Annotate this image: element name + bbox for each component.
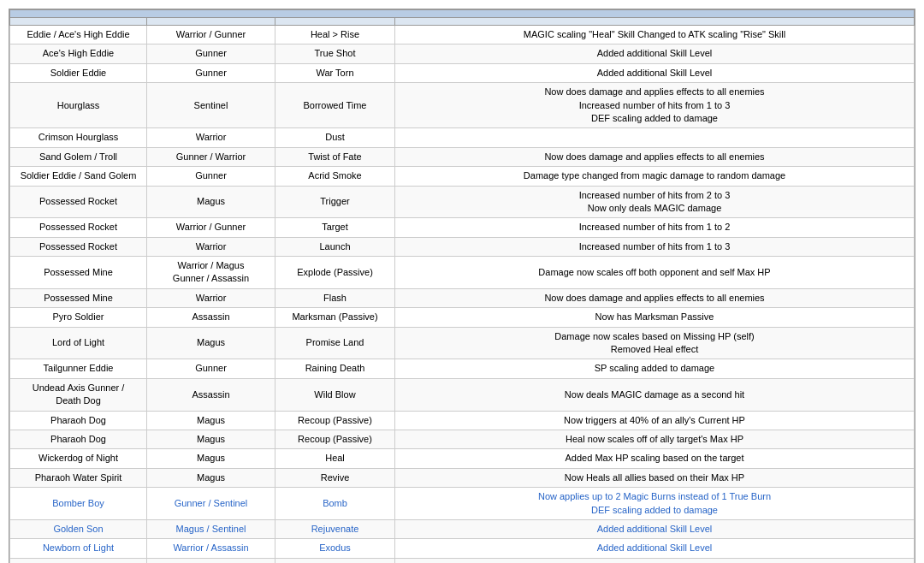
cell-skill: Promise Land bbox=[275, 327, 395, 359]
table-row: Possessed RocketWarriorLaunchIncreased n… bbox=[10, 237, 915, 256]
cell-class: Gunner bbox=[147, 44, 275, 63]
cell-description: Increased number of hits from 2 to 3Now … bbox=[395, 186, 915, 218]
table-row: Crimson HourglassWarriorDust bbox=[10, 128, 915, 147]
cell-class: Assassin bbox=[147, 308, 275, 327]
cell-description bbox=[395, 128, 915, 147]
table-row: Pharaoh DogMagusRecoup (Passive)Now trig… bbox=[10, 411, 915, 430]
cell-character: Lord of Light bbox=[10, 327, 147, 359]
cell-description: Increased number of hits from 1 to 3 bbox=[395, 237, 915, 256]
cell-skill: Exodus bbox=[275, 539, 395, 558]
cell-class: Magus bbox=[147, 449, 275, 468]
table-row: Golden SonMagus / SentinelRejuvenateAdde… bbox=[10, 519, 915, 538]
cell-class: Gunner / Sentinel bbox=[147, 488, 275, 520]
table-title-row bbox=[10, 10, 915, 18]
cell-skill: Bomb bbox=[275, 488, 395, 520]
cell-class: Magus bbox=[147, 327, 275, 359]
cell-character: Ace's High Eddie bbox=[10, 44, 147, 63]
table-row: Soldier Eddie / Sand GolemGunnerAcrid Sm… bbox=[10, 167, 915, 186]
cell-description: SP scaling added to damage bbox=[395, 359, 915, 378]
cell-skill: War Torn bbox=[275, 63, 395, 82]
table-row: Newborn of LightMagusLeading LightAdded … bbox=[10, 558, 915, 563]
cell-skill: Flash bbox=[275, 288, 395, 307]
cell-skill: Recoup (Passive) bbox=[275, 411, 395, 430]
cell-character: Eddie / Ace's High Eddie bbox=[10, 26, 147, 44]
table-row: Tailgunner EddieGunnerRaining DeathSP sc… bbox=[10, 359, 915, 378]
cell-character: Newborn of Light bbox=[10, 558, 147, 563]
cell-character: Pharaoh Dog bbox=[10, 430, 147, 448]
cell-skill: Raining Death bbox=[275, 359, 395, 378]
cell-skill: Trigger bbox=[275, 186, 395, 218]
cell-character: Soldier Eddie / Sand Golem bbox=[10, 167, 147, 186]
cell-description: Now triggers at 40% of an ally's Current… bbox=[395, 411, 915, 430]
cell-skill: Launch bbox=[275, 237, 395, 256]
cell-description: Increased number of hits from 1 to 2 bbox=[395, 218, 915, 237]
table-row: Pharaoh Water SpiritMagusReviveNow Heals… bbox=[10, 468, 915, 487]
table-header-row bbox=[10, 18, 915, 26]
cell-description: Now applies up to 2 Magic Burns instead … bbox=[395, 488, 915, 520]
cell-character: Pharaoh Dog bbox=[10, 411, 147, 430]
cell-description: Damage type changed from magic damage to… bbox=[395, 167, 915, 186]
cell-class: Gunner / Warrior bbox=[147, 147, 275, 166]
table-row: Soldier EddieGunnerWar TornAdded additio… bbox=[10, 63, 915, 82]
table-row: Newborn of LightWarrior / AssassinExodus… bbox=[10, 539, 915, 558]
cell-character: Newborn of Light bbox=[10, 539, 147, 558]
cell-skill: Dust bbox=[275, 128, 395, 147]
cell-description: Now does damage and applies effects to a… bbox=[395, 83, 915, 128]
cell-class: Magus bbox=[147, 468, 275, 487]
skill-changes-table: Eddie / Ace's High EddieWarrior / Gunner… bbox=[9, 9, 915, 563]
cell-skill: Heal bbox=[275, 449, 395, 468]
cell-class: Gunner bbox=[147, 63, 275, 82]
cell-skill: Twist of Fate bbox=[275, 147, 395, 166]
cell-description: Added additional Skill Level bbox=[395, 63, 915, 82]
cell-character: Hourglass bbox=[10, 83, 147, 128]
cell-class: Magus / Sentinel bbox=[147, 519, 275, 538]
cell-character: Pyro Soldier bbox=[10, 308, 147, 327]
cell-class: Magus bbox=[147, 430, 275, 448]
cell-character: Possessed Rocket bbox=[10, 237, 147, 256]
cell-skill: Wild Blow bbox=[275, 378, 395, 411]
cell-class: Gunner bbox=[147, 167, 275, 186]
cell-class: Warrior / MagusGunner / Assassin bbox=[147, 257, 275, 289]
cell-class: Warrior bbox=[147, 128, 275, 147]
cell-character: Possessed Mine bbox=[10, 257, 147, 289]
cell-skill: Marksman (Passive) bbox=[275, 308, 395, 327]
table-row: HourglassSentinelBorrowed TimeNow does d… bbox=[10, 83, 915, 128]
table-row: Possessed MineWarriorFlashNow does damag… bbox=[10, 288, 915, 307]
header-skill bbox=[275, 18, 395, 26]
cell-description: Now does damage and applies effects to a… bbox=[395, 288, 915, 307]
cell-class: Magus bbox=[147, 411, 275, 430]
cell-skill: Acrid Smoke bbox=[275, 167, 395, 186]
table-row: Pyro SoldierAssassinMarksman (Passive)No… bbox=[10, 308, 915, 327]
cell-character: Wickerdog of Night bbox=[10, 449, 147, 468]
table-row: Bomber BoyGunner / SentinelBombNow appli… bbox=[10, 488, 915, 520]
cell-description: Damage now scales off both opponent and … bbox=[395, 257, 915, 289]
cell-skill: Rejuvenate bbox=[275, 519, 395, 538]
table-title bbox=[10, 10, 915, 18]
cell-skill: Leading Light bbox=[275, 558, 395, 563]
header-character bbox=[10, 18, 147, 26]
cell-class: Warrior / Assassin bbox=[147, 539, 275, 558]
cell-description: Added additional Skill Level bbox=[395, 519, 915, 538]
cell-character: Possessed Rocket bbox=[10, 186, 147, 218]
table-row: Lord of LightMagusPromise LandDamage now… bbox=[10, 327, 915, 359]
table-row: Eddie / Ace's High EddieWarrior / Gunner… bbox=[10, 26, 915, 44]
cell-character: Pharaoh Water Spirit bbox=[10, 468, 147, 487]
cell-skill: Recoup (Passive) bbox=[275, 430, 395, 448]
cell-description: Now has Marksman Passive bbox=[395, 308, 915, 327]
cell-description: Damage now scales based on Missing HP (s… bbox=[395, 327, 915, 359]
cell-skill: Borrowed Time bbox=[275, 83, 395, 128]
cell-class: Warrior / Gunner bbox=[147, 26, 275, 44]
cell-description: Added Max HP scaling based on the target bbox=[395, 449, 915, 468]
cell-character: Undead Axis Gunner /Death Dog bbox=[10, 378, 147, 411]
cell-class: Warrior bbox=[147, 237, 275, 256]
cell-character: Tailgunner Eddie bbox=[10, 359, 147, 378]
cell-character: Possessed Mine bbox=[10, 288, 147, 307]
table-row: Possessed MineWarrior / MagusGunner / As… bbox=[10, 257, 915, 289]
cell-skill: Heal > Rise bbox=[275, 26, 395, 44]
table-row: Undead Axis Gunner /Death DogAssassinWil… bbox=[10, 378, 915, 411]
header-class bbox=[147, 18, 275, 26]
cell-character: Possessed Rocket bbox=[10, 218, 147, 237]
table-row: Possessed RocketWarrior / GunnerTargetIn… bbox=[10, 218, 915, 237]
table-row: Pharaoh DogMagusRecoup (Passive)Heal now… bbox=[10, 430, 915, 448]
cell-character: Sand Golem / Troll bbox=[10, 147, 147, 166]
